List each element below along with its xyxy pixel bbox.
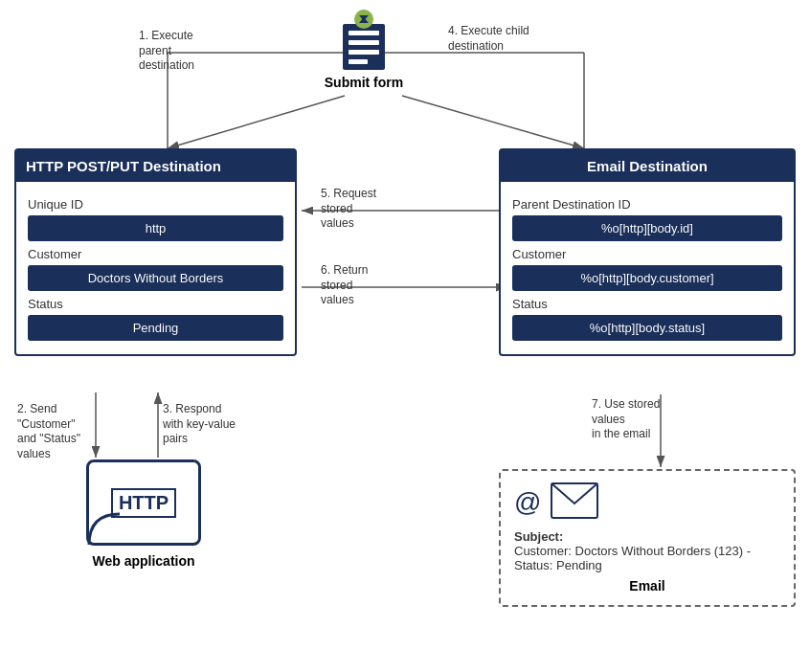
unique-id-value: http	[28, 215, 283, 241]
submit-form: ✕ Submit form	[306, 10, 421, 90]
envelope-icon	[551, 482, 598, 522]
arrow7-label: 7. Use storedvaluesin the email	[592, 397, 660, 442]
email-bottom-box: @ Subject: Customer: Doctors Without Bor…	[499, 469, 796, 607]
submit-form-icon: ✕	[335, 10, 393, 72]
http-box-content: Unique ID http Customer Doctors Without …	[16, 182, 295, 354]
http-customer-value: Doctors Without Borders	[28, 265, 283, 291]
email-customer-value: %o[http][body.customer]	[512, 265, 782, 291]
email-destination-box: Email Destination Parent Destination ID …	[499, 148, 796, 356]
http-destination-box: HTTP POST/PUT Destination Unique ID http…	[14, 148, 297, 356]
arrow4-label: 4. Execute childdestination	[448, 24, 529, 54]
email-status-value: %o[http][body.status]	[512, 315, 782, 341]
http-status-label: Status	[28, 297, 283, 311]
web-app-label: Web application	[77, 553, 211, 569]
email-status-label: Status	[512, 297, 782, 311]
web-application: HTTP Web application	[77, 459, 211, 569]
arrow3-label: 3. Respondwith key-valuepairs	[163, 402, 236, 447]
svg-rect-15	[349, 40, 379, 45]
svg-rect-16	[349, 50, 379, 55]
arrow1-label: 1. Executeparentdestination	[139, 29, 194, 74]
arrow6-label: 6. Returnstoredvalues	[321, 263, 368, 308]
email-at-icon: @	[514, 487, 541, 518]
svg-rect-17	[349, 59, 368, 64]
email-customer-label: Customer	[512, 247, 782, 261]
arrow2-label: 2. Send"Customer"and "Status"values	[17, 402, 80, 461]
arrow5-label: 5. Requeststoredvalues	[321, 187, 376, 232]
svg-line-3	[402, 96, 584, 148]
submit-form-label: Submit form	[306, 75, 421, 90]
parent-dest-label: Parent Destination ID	[512, 197, 782, 212]
email-box-content: Parent Destination ID %o[http][body.id] …	[501, 182, 794, 354]
unique-id-label: Unique ID	[28, 197, 283, 212]
web-app-icon: HTTP	[86, 459, 201, 546]
parent-dest-value: %o[http][body.id]	[512, 215, 782, 241]
email-box-header: Email Destination	[501, 150, 794, 182]
email-content: Subject: Customer: Doctors Without Borde…	[514, 529, 780, 572]
http-customer-label: Customer	[28, 247, 283, 261]
http-box-header: HTTP POST/PUT Destination	[16, 150, 295, 182]
email-body: Customer: Doctors Without Borders (123) …	[514, 544, 751, 572]
svg-rect-14	[349, 31, 379, 35]
email-subject-label: Subject:	[514, 529, 563, 544]
diagram: ✕ Submit form 1. Executeparentdestinatio…	[0, 0, 810, 672]
svg-line-2	[168, 96, 345, 148]
email-bottom-label: Email	[514, 578, 780, 594]
http-status-value: Pending	[28, 315, 283, 341]
http-icon-text: HTTP	[111, 488, 176, 518]
